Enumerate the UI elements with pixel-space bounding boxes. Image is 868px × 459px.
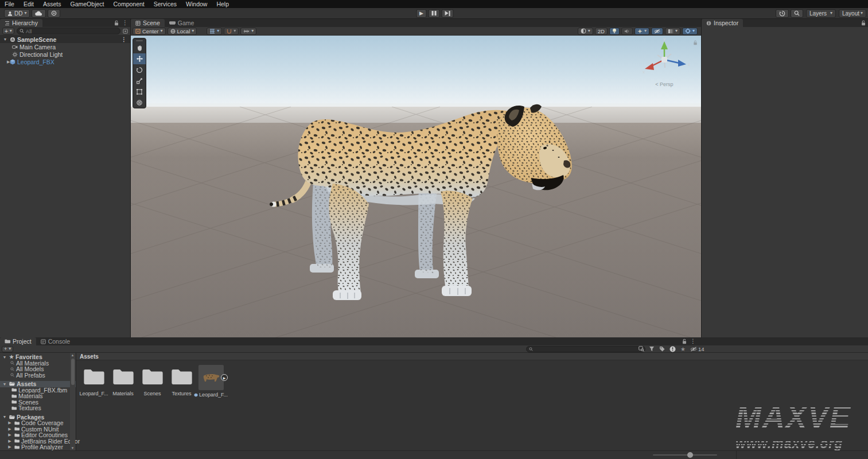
tab-game[interactable]: Game — [165, 19, 199, 27]
play-button[interactable]: ▶ — [416, 9, 427, 18]
foldout-icon[interactable]: ▼ — [2, 415, 7, 419]
move-tool-button[interactable] — [133, 53, 146, 64]
create-asset-button[interactable]: + ▾ — [2, 346, 13, 352]
kebab-menu-icon[interactable]: ⋮ — [690, 339, 696, 344]
foldout-icon[interactable]: ▼ — [2, 37, 8, 41]
create-menu-button[interactable]: + ▾ — [2, 28, 14, 34]
menu-gameobject[interactable]: GameObject — [66, 0, 109, 8]
lock-icon[interactable] — [861, 20, 866, 26]
eye-slash-icon — [654, 29, 660, 34]
tool-column-handle[interactable] — [133, 38, 146, 42]
hierarchy-row-leopard[interactable]: ▶ Leopard_FBX — [0, 58, 130, 65]
search-button[interactable] — [791, 9, 803, 18]
scroll-down-icon[interactable]: ▼ — [70, 446, 75, 450]
foldout-icon[interactable]: ▶ — [7, 427, 13, 431]
orientation-dropdown[interactable]: Local ▾ — [168, 28, 197, 35]
speaker-icon — [624, 29, 630, 34]
pause-button[interactable] — [429, 9, 440, 18]
project-search-input[interactable] — [535, 346, 643, 352]
project-tree-scrollbar[interactable]: ▲ ▼ — [70, 353, 75, 450]
rect-tool-button[interactable] — [133, 86, 146, 97]
search-in-folder-icon[interactable] — [639, 346, 644, 352]
menu-window[interactable]: Window — [181, 0, 212, 8]
lock-icon[interactable] — [682, 339, 687, 344]
tab-inspector[interactable]: Inspector — [702, 19, 743, 27]
pivot-dropdown[interactable]: Center ▾ — [133, 28, 166, 35]
lighting-toggle-button[interactable] — [609, 28, 620, 35]
search-by-label-icon[interactable] — [659, 346, 665, 352]
step-button[interactable] — [441, 9, 454, 18]
shading-mode-dropdown[interactable]: ▾ — [578, 28, 593, 35]
hierarchy-row-camera[interactable]: Main Camera — [0, 43, 130, 50]
account-button[interactable]: DD ▾ — [4, 9, 30, 18]
tab-scene[interactable]: Scene — [131, 19, 165, 27]
tree-textures[interactable]: Textures — [0, 405, 76, 411]
undo-history-button[interactable] — [776, 9, 789, 18]
asset-tile-leopard-folder[interactable]: Leopard_F... — [80, 365, 108, 398]
kebab-menu-icon[interactable]: ⋮ — [121, 37, 127, 42]
tab-hierarchy[interactable]: Hierarchy — [0, 19, 42, 27]
hierarchy-search-input[interactable] — [26, 28, 118, 34]
rotate-tool-button[interactable] — [133, 64, 146, 75]
tree-all-prefabs[interactable]: All Prefabs — [0, 372, 76, 379]
asset-tile-scenes[interactable]: Scenes — [138, 365, 166, 398]
2d-toggle-button[interactable]: 2D — [595, 28, 608, 35]
foldout-icon[interactable]: ▶ — [7, 445, 13, 449]
foldout-icon[interactable]: ▶ — [7, 433, 13, 437]
foldout-icon[interactable]: ▶ — [7, 439, 13, 444]
scene-picker-icon[interactable] — [123, 29, 128, 34]
breadcrumb-label[interactable]: Assets — [80, 353, 99, 360]
project-search[interactable] — [526, 346, 645, 352]
scroll-up-icon[interactable]: ▲ — [70, 353, 75, 357]
menu-edit[interactable]: Edit — [19, 0, 38, 8]
thumbnail-zoom-slider[interactable] — [653, 454, 717, 456]
gizmos-dropdown[interactable]: ▾ — [682, 28, 698, 35]
asset-tile-materials[interactable]: Materials — [109, 365, 137, 398]
snap-toggle-button[interactable]: ▾ — [224, 28, 239, 35]
hierarchy-row-scene[interactable]: ▼ SampleScene ⋮ — [0, 36, 130, 43]
cloud-button[interactable] — [32, 9, 46, 18]
menu-file[interactable]: File — [0, 0, 19, 8]
tab-console[interactable]: Console — [36, 337, 75, 345]
asset-tile-leopard-model[interactable]: ▶ Leopard_F... — [197, 365, 225, 398]
version-control-button[interactable] — [48, 9, 60, 18]
hierarchy-search[interactable] — [17, 28, 120, 34]
menu-assets[interactable]: Assets — [38, 0, 66, 8]
preview-play-button[interactable]: ▶ — [221, 374, 228, 381]
info-icon[interactable] — [670, 346, 676, 352]
orientation-gizmo[interactable]: y x z < Persp — [638, 38, 691, 87]
grid-visibility-dropdown[interactable]: ▾ — [207, 28, 222, 35]
audio-toggle-button[interactable] — [621, 28, 633, 35]
hierarchy-row-light[interactable]: Directional Light — [0, 50, 130, 58]
foldout-icon[interactable]: ▼ — [2, 382, 7, 386]
layout-dropdown[interactable]: Layout ▾ — [839, 9, 866, 18]
foldout-icon[interactable]: ▶ — [2, 60, 8, 64]
lock-icon[interactable] — [693, 40, 698, 45]
scrollbar-thumb[interactable] — [71, 359, 75, 385]
move-icon — [136, 55, 143, 63]
foldout-icon[interactable]: ▼ — [2, 355, 7, 359]
folder-icon — [112, 367, 135, 387]
asset-tile-textures[interactable]: Textures — [168, 365, 196, 398]
layers-dropdown[interactable]: Layers ▾ — [806, 9, 836, 18]
slider-knob[interactable] — [687, 452, 693, 458]
menu-help[interactable]: Help — [212, 0, 233, 8]
save-search-star-icon[interactable]: ★ — [680, 346, 686, 352]
lock-icon[interactable] — [114, 20, 119, 26]
tab-project[interactable]: Project — [0, 337, 36, 345]
kebab-menu-icon[interactable]: ⋮ — [122, 20, 128, 26]
transform-tool-button[interactable] — [133, 97, 146, 108]
foldout-icon[interactable]: ▶ — [7, 421, 13, 425]
camera-view-dropdown[interactable]: ▾ — [665, 28, 680, 35]
menu-component[interactable]: Component — [108, 0, 149, 8]
hand-tool-button[interactable] — [133, 42, 146, 53]
scene-visibility-toggle[interactable] — [651, 28, 663, 35]
snap-increment-dropdown[interactable]: ▾ — [240, 28, 256, 35]
perspective-label[interactable]: < Persp — [655, 81, 673, 87]
effects-dropdown[interactable]: ▾ — [635, 28, 649, 35]
menu-services[interactable]: Services — [149, 0, 181, 8]
hidden-items-toggle[interactable]: 14 — [690, 346, 704, 352]
scale-tool-button[interactable] — [133, 75, 146, 86]
search-by-type-icon[interactable] — [649, 346, 655, 352]
scene-viewport[interactable]: y x z < Persp — [131, 36, 701, 337]
